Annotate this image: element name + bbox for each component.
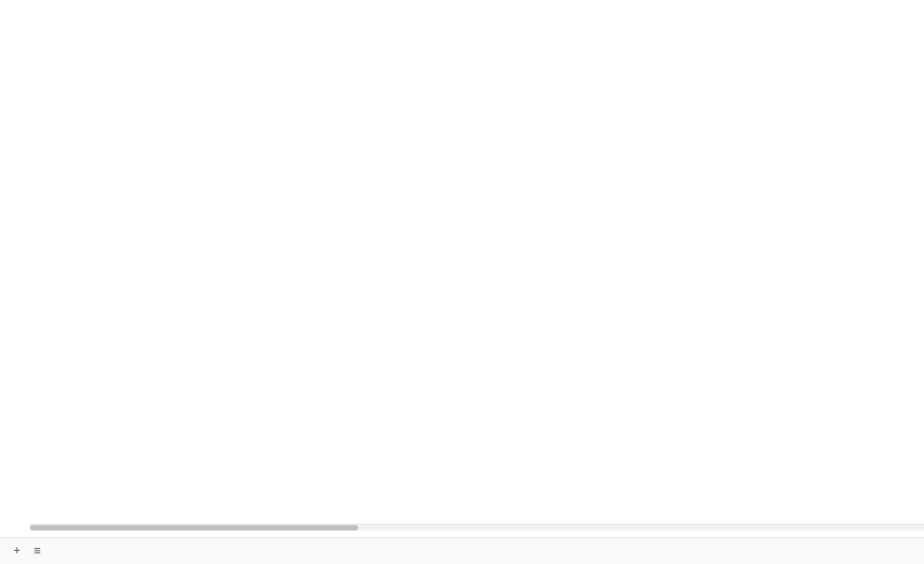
scrollbar-thumb[interactable] [30, 525, 358, 531]
add-sheet-icon[interactable]: + [7, 544, 27, 558]
spreadsheet: + ≡ [0, 0, 924, 564]
all-sheets-icon[interactable]: ≡ [27, 544, 48, 558]
sheet-tabs: + ≡ [0, 537, 924, 564]
grid[interactable] [30, 16, 924, 522]
horizontal-scrollbar[interactable] [30, 524, 924, 531]
